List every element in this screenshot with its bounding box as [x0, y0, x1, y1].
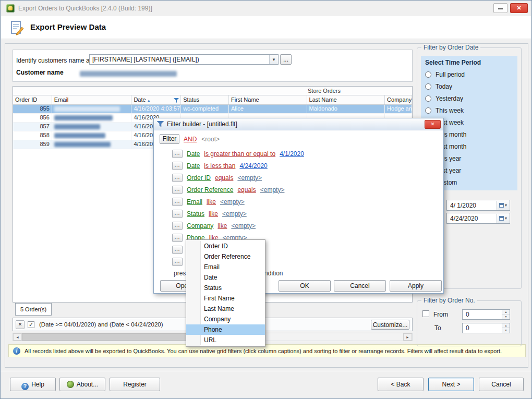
condition-value-link[interactable]: <empty> [220, 198, 245, 205]
order-no-to-spinner[interactable]: 0 ▲ ▼ [462, 323, 510, 333]
spin-down-icon[interactable]: ▼ [502, 328, 510, 333]
condition-field-link[interactable]: Date [187, 162, 200, 170]
wizard-icon [9, 20, 25, 37]
condition-operator-link[interactable]: is greater than or equal to [204, 150, 275, 158]
radio-option[interactable]: Yesterday [425, 93, 463, 104]
condition-options-button[interactable]: ... [172, 174, 183, 182]
condition-options-button[interactable]: ... [172, 246, 183, 254]
condition-field-link[interactable]: Email [187, 198, 202, 205]
menu-item-url[interactable]: URL [186, 335, 265, 345]
dialog-title-bar[interactable]: Filter builder - [untitled.flt] ✕ [154, 118, 443, 130]
condition-operator-link[interactable]: like [217, 222, 227, 229]
menu-item-status[interactable]: Status [186, 283, 265, 293]
dialog-close-button[interactable]: ✕ [425, 120, 441, 129]
menu-item-first-name[interactable]: First Name [186, 293, 265, 304]
radio-option[interactable]: This week [425, 105, 464, 116]
condition-options-button[interactable]: ... [172, 222, 183, 230]
condition-field-link[interactable]: Date [187, 150, 200, 158]
chevron-down-icon: ▾ [505, 203, 507, 208]
check-icon: ✓ [29, 321, 33, 328]
condition-value-link[interactable]: 4/24/2020 [239, 162, 267, 170]
menu-item-phone[interactable]: Phone [186, 324, 265, 335]
register-button[interactable]: Register [110, 378, 160, 391]
condition-operator-link[interactable]: like [209, 210, 218, 217]
radio-option[interactable]: Full period [425, 69, 465, 80]
cancel-button[interactable]: Cancel [479, 378, 524, 391]
scroll-right-icon[interactable]: ► [403, 333, 412, 341]
active-filter-text[interactable]: (Date >= 04/01/2020) and (Date < 04/24/2… [39, 321, 163, 328]
condition-operator-link[interactable]: is less than [204, 162, 235, 170]
condition-row: ... Company like <empty> [172, 220, 304, 232]
dialog-cancel-button[interactable]: Cancel [334, 280, 386, 292]
condition-field-link[interactable]: Status [187, 210, 204, 217]
table-row[interactable]: 855 4/16/2020 4:03:57 wc-completed Alice… [13, 105, 412, 114]
condition-options-button[interactable]: ... [172, 150, 183, 158]
customer-name-redacted [80, 71, 177, 77]
column-header-date[interactable]: Date▲ [131, 95, 181, 104]
menu-item-email[interactable]: Email [186, 262, 265, 272]
condition-field-link[interactable]: Order Reference [187, 186, 233, 194]
about-button[interactable]: About... [59, 378, 105, 391]
filter-menu-button[interactable]: Filter [160, 134, 179, 144]
filter-enabled-checkbox[interactable]: ✓ [28, 321, 34, 328]
order-no-enable-checkbox[interactable] [422, 310, 429, 317]
column-header-email[interactable]: Email [52, 95, 132, 104]
condition-value-link[interactable]: <empty> [231, 222, 256, 229]
order-no-from-spinner[interactable]: 0 ▲ ▼ [462, 309, 510, 320]
condition-options-button[interactable]: ... [172, 234, 183, 242]
condition-field-link[interactable]: Order ID [187, 174, 211, 182]
name-format-combobox[interactable]: [FIRSTNAME] [LASTNAME] ([EMAIL]) ▾ [89, 54, 279, 65]
scroll-left-icon[interactable]: ◄ [13, 333, 22, 341]
condition-options-button[interactable]: ... [172, 198, 183, 206]
condition-value-link[interactable]: <empty> [237, 174, 262, 182]
column-header-last-name[interactable]: Last Name [307, 95, 385, 104]
name-format-browse-button[interactable]: ... [280, 54, 292, 65]
spin-up-icon[interactable]: ▲ [502, 310, 510, 315]
radio-option[interactable]: Today [425, 81, 452, 92]
menu-item-order-id[interactable]: Order ID [186, 241, 265, 251]
condition-options-button[interactable]: ... [172, 186, 183, 194]
close-icon: ✕ [516, 5, 521, 11]
condition-operator-link[interactable]: equals [237, 186, 256, 194]
apply-button[interactable]: Apply [390, 280, 442, 292]
next-button[interactable]: Next > [428, 378, 474, 391]
order-no-legend: Filter by Order No. [421, 297, 477, 304]
column-header-first-name[interactable]: First Name [229, 95, 307, 104]
column-header-status[interactable]: Status [181, 95, 229, 104]
condition-operator-link[interactable]: equals [215, 174, 233, 182]
customize-filter-button[interactable]: Customize... [371, 320, 409, 330]
minimize-button[interactable] [493, 3, 507, 13]
scrollbar-thumb[interactable] [22, 333, 205, 341]
date-from-field[interactable]: 4/ 1/2020 ▾ [446, 200, 510, 211]
date-to-field[interactable]: 4/24/2020 ▾ [446, 213, 510, 224]
condition-value-link[interactable]: <empty> [222, 210, 247, 217]
ok-button[interactable]: OK [279, 280, 331, 292]
condition-options-button[interactable]: ... [172, 210, 183, 218]
chevron-down-icon[interactable]: ▾ [269, 55, 278, 64]
column-header-order-id[interactable]: Order ID [13, 95, 52, 104]
root-operator-link[interactable]: AND [184, 136, 197, 143]
back-button[interactable]: < Back [378, 378, 424, 391]
calendar-dropdown-button[interactable]: ▾ [497, 201, 509, 210]
condition-options-button[interactable]: ... [172, 162, 183, 170]
calendar-dropdown-button[interactable]: ▾ [497, 214, 509, 223]
column-header-company[interactable]: Company [385, 95, 412, 104]
condition-value-link[interactable]: <empty> [260, 186, 285, 194]
close-button[interactable]: ✕ [510, 3, 528, 13]
footer-divider [1, 371, 531, 372]
title-bar[interactable]: Export Orders to QuickBooks [2.4.0 (Buil… [1, 1, 531, 16]
menu-item-order-reference[interactable]: Order Reference [186, 251, 265, 262]
help-icon: ? [21, 383, 29, 390]
help-button[interactable]: ?Help [10, 378, 56, 391]
condition-options-button[interactable]: ... [172, 258, 183, 266]
menu-item-last-name[interactable]: Last Name [186, 304, 265, 314]
menu-item-date[interactable]: Date [186, 272, 265, 283]
menu-item-company[interactable]: Company [186, 314, 265, 324]
filter-funnel-icon[interactable] [174, 98, 179, 104]
clear-filter-button[interactable]: ✕ [16, 320, 25, 329]
spin-up-icon[interactable]: ▲ [502, 323, 510, 328]
condition-value-link[interactable]: 4/1/2020 [280, 150, 304, 158]
spin-down-icon[interactable]: ▼ [502, 315, 510, 319]
condition-operator-link[interactable]: like [207, 198, 216, 205]
condition-field-link[interactable]: Company [187, 222, 213, 229]
